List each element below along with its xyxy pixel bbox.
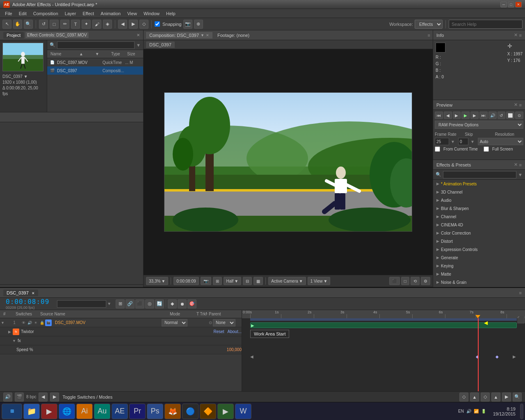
taskbar-media[interactable]: ▶ [41,404,57,419]
tab-effect-controls[interactable]: Effect Controls: DSC_0397.MOV [25,32,88,38]
bottom-icon-2[interactable]: ▲ [470,393,479,402]
close-button[interactable]: ✕ [515,2,522,7]
ep-item-color-correction[interactable]: ▶ Color Correction [433,229,525,237]
comp-tab-x[interactable]: ✕ [206,33,209,37]
twixtor-reset-btn[interactable]: Reset [213,329,224,334]
transport-loop[interactable]: ↺ [498,112,506,119]
kf-nav-right[interactable]: ▶ [513,354,516,359]
menu-edit[interactable]: Edit [16,10,30,17]
transport-live[interactable]: ⬜ [506,112,514,119]
vc-draft-btn[interactable]: □ [401,277,409,285]
layer-parent-select-1[interactable]: None [213,319,235,326]
taskbar-app2[interactable]: ▶ [217,404,234,419]
transport-record[interactable]: ⊙ [515,112,523,119]
tl-search-dropdown[interactable]: ▼ [107,301,111,306]
layer-eye-icon[interactable]: 👁 [21,320,26,326]
vc-pixels[interactable]: ▦ [253,277,263,285]
ram-preview-select[interactable]: RAM Preview Options [435,121,523,129]
tool-extra2[interactable]: ⊕ [194,20,203,29]
tl-search-input[interactable] [57,300,106,308]
bottom-icon-5[interactable]: ▶ [502,393,511,402]
tool-rect[interactable]: □ [50,20,59,29]
vc-quality[interactable]: Half ▼ [224,277,242,285]
bottom-icon-3[interactable]: ◇ [481,393,490,402]
tool-pen[interactable]: ✏ [60,20,69,29]
sub-layer-speed[interactable]: Speed % 100,000 [0,345,242,354]
vc-magnification[interactable]: 33,3% ▼ [146,277,168,285]
taskbar-app1[interactable]: 🔶 [200,404,216,419]
ep-item-matte[interactable]: ▶ Matte [433,270,525,278]
ep-close[interactable]: ✕ [514,162,518,167]
transport-play[interactable]: ▶ [453,112,461,119]
tab-footage[interactable]: Footage: (none) [214,32,253,39]
taskbar-word[interactable]: W [235,404,251,419]
tool-cam[interactable]: 📷 [183,20,192,29]
transport-to-end[interactable]: ⏭ [479,112,488,119]
tl-btn-3[interactable]: ⬛ [135,299,144,308]
taskbar-start-button[interactable]: ⊞ [2,404,22,419]
menu-composition[interactable]: Composition [30,10,62,17]
ep-item-obsolete[interactable]: ▶ Obsolete [433,286,525,287]
sub-layer-fx[interactable]: ▼ fx [0,336,242,345]
taskbar-premiere[interactable]: Pr [129,404,146,419]
bottom-icon-6[interactable]: 🔍 [513,393,522,402]
timeline-tab-x[interactable]: ✕ [32,291,35,295]
maximize-button[interactable]: □ [508,2,514,7]
menu-window[interactable]: Window [140,10,163,17]
transport-frame-back[interactable]: ◀ [444,112,452,119]
ep-item-distort[interactable]: ▶ Distort [433,237,525,245]
ep-item-keying[interactable]: ▶ Keying [433,262,525,270]
tool-arrow-left[interactable]: ◀ [118,20,127,29]
subtab-comp[interactable]: DSC_0397 [146,41,175,48]
twixtor-about-btn[interactable]: About... [228,329,242,334]
search-input[interactable] [449,20,523,29]
tool-text[interactable]: T [71,20,80,29]
ep-item-audio[interactable]: ▶ Audio [433,196,525,204]
taskbar-photoshop[interactable]: Ps [147,404,163,419]
ep-search-dropdown[interactable]: ▼ [518,172,523,177]
comp-panel-menu[interactable]: ≡ [428,33,430,38]
info-close[interactable]: ✕ [514,32,518,38]
timeline-end-marker[interactable]: ⬛ [517,316,525,324]
vc-settings-btn[interactable]: ⚙ [421,277,430,285]
skip-input[interactable] [458,138,468,145]
from-current-checkbox[interactable] [435,146,440,152]
ep-item-3d-channel[interactable]: ▶ 3D Channel [433,188,525,196]
layer-expand-icon[interactable]: ▼ [0,321,8,325]
tool-zoom[interactable]: 🔍 [24,20,33,29]
transport-audio[interactable]: 🔊 [488,112,497,119]
tab-project[interactable]: Project [3,32,24,39]
menu-effect[interactable]: Effect [79,10,97,17]
ep-item-expression[interactable]: ▶ Expression Controls [433,245,525,253]
vc-camera-icon[interactable]: 📷 [201,277,211,285]
menu-view[interactable]: View [124,10,140,17]
taskbar-ie[interactable]: 🌐 [59,404,75,419]
ep-item-cinema4d[interactable]: ▶ CINEMA 4D [433,221,525,229]
layer-solo-icon[interactable]: ☀ [33,320,39,326]
layer-row-1[interactable]: ▼ 1 👁 🔊 ☀ 🔒 🎬 DSC_0397.MOV Normal [0,318,242,327]
tl-btn-keyframe[interactable]: ◆ [168,299,177,308]
tool-puppet[interactable]: ◈ [103,20,112,29]
preview-close[interactable]: ✕ [514,102,518,107]
tool-hand[interactable]: ✋ [13,20,22,29]
taskbar-explorer[interactable]: 📁 [23,404,40,419]
tl-btn-2[interactable]: 🔗 [126,299,135,308]
transport-play-alt[interactable]: ▶ [461,112,470,119]
project-panel-close[interactable]: ✕ [137,33,140,37]
vc-grid-icon[interactable]: ⊞ [213,277,222,285]
transport-to-start[interactable]: ⏮ [435,112,443,119]
vc-reset-btn[interactable]: ⟲ [411,277,420,285]
tl-btn-4[interactable]: ◎ [145,299,154,308]
menu-animation[interactable]: Animation [97,10,124,17]
toggle-switches-label[interactable]: Toggle Switches / Modes [62,395,112,399]
ep-item-generate[interactable]: ▶ Generate [433,253,525,262]
taskbar-aftereffects[interactable]: AE [112,404,128,419]
tool-paint[interactable]: 🖌 [92,20,101,29]
taskbar-network-icon[interactable]: 📶 [474,409,479,413]
menu-layer[interactable]: Layer [62,10,80,17]
ep-search-input[interactable] [443,171,516,178]
skip-dropdown[interactable]: ▼ [470,139,475,144]
tool-rotate[interactable]: ↺ [39,20,48,29]
tab-composition[interactable]: Composition: DSC_0397 ▼ ✕ [146,32,212,39]
ep-item-noise[interactable]: ▶ Noise & Grain [433,278,525,286]
